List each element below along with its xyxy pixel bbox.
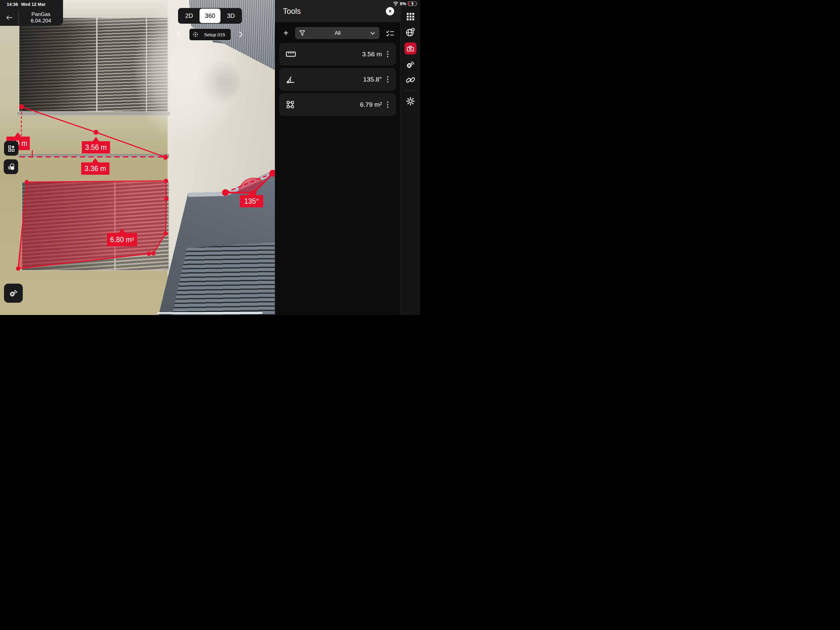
link-icon bbox=[406, 76, 415, 84]
measure-guide-dashed bbox=[21, 108, 22, 137]
measure-label-text: 135° bbox=[244, 197, 259, 206]
tab-360[interactable]: 360 bbox=[199, 9, 221, 23]
measure-label-distance[interactable]: 3.36 m bbox=[81, 162, 109, 175]
measure-point[interactable] bbox=[164, 179, 168, 183]
tools-panel-title: Tools bbox=[283, 7, 301, 16]
chevron-down-icon bbox=[370, 32, 375, 35]
tab-3d[interactable]: 3D bbox=[221, 9, 242, 23]
project-name: PanGas bbox=[19, 11, 63, 17]
ruler-icon bbox=[286, 51, 296, 58]
measure-point[interactable] bbox=[93, 130, 98, 135]
status-title-box: 14:36 Wed 12 Mar PanGas 6.04.204 bbox=[0, 0, 63, 26]
measure-point[interactable] bbox=[164, 231, 168, 236]
circles-icon bbox=[7, 163, 15, 171]
view-switcher: 2D 360 3D bbox=[178, 8, 242, 24]
sensor-disconnected-button[interactable] bbox=[406, 60, 415, 69]
filter-funnel-icon bbox=[300, 30, 305, 36]
measurement-row-area[interactable]: 6.79 m² bbox=[279, 93, 396, 116]
measure-point[interactable] bbox=[147, 252, 151, 256]
apps-grid-icon bbox=[406, 12, 415, 21]
pano-photo[interactable]: 19 m 3.56 m 3.36 m 6.80 m² 135° bbox=[0, 0, 275, 315]
widgets-button[interactable] bbox=[4, 141, 19, 156]
sensor-disconnected-icon bbox=[406, 60, 415, 69]
measure-label-angle[interactable]: 135° bbox=[240, 195, 263, 207]
row-menu-button[interactable] bbox=[382, 76, 393, 83]
measure-point[interactable] bbox=[163, 155, 168, 160]
angle-icon bbox=[286, 75, 295, 83]
measure-label-distance[interactable]: 3.56 m bbox=[82, 141, 110, 154]
measure-label-text: 6.80 m² bbox=[110, 236, 134, 244]
tools-button-active[interactable] bbox=[404, 43, 416, 54]
map-globe-button[interactable] bbox=[406, 28, 415, 37]
multi-select-button[interactable] bbox=[385, 30, 395, 37]
back-button[interactable] bbox=[0, 15, 19, 20]
layers-blend-button[interactable] bbox=[4, 159, 18, 174]
globe-location-icon bbox=[406, 28, 415, 37]
app-window: 19 m 3.56 m 3.36 m 6.80 m² 135° bbox=[0, 0, 420, 315]
measure-line[interactable] bbox=[22, 107, 96, 132]
setup-scan-icon bbox=[193, 32, 199, 38]
apps-grid-button[interactable] bbox=[406, 12, 415, 21]
measure-point[interactable] bbox=[151, 251, 156, 256]
tools-panel: Tools ✕ + All bbox=[275, 0, 400, 315]
measurement-row-angle[interactable]: 135.8° bbox=[279, 68, 396, 91]
measure-point[interactable] bbox=[222, 189, 229, 196]
settings-button[interactable] bbox=[406, 97, 415, 106]
kebab-menu-icon bbox=[387, 76, 388, 83]
tab-2d[interactable]: 2D bbox=[178, 9, 199, 23]
status-date: Wed 12 Mar bbox=[21, 2, 46, 7]
setup-name: Setup 015 bbox=[201, 32, 228, 37]
add-measurement-button[interactable]: + bbox=[280, 28, 292, 38]
kebab-menu-icon bbox=[387, 51, 388, 58]
measurement-overlay bbox=[0, 0, 275, 315]
settings-gear-icon bbox=[406, 97, 415, 106]
link-button[interactable] bbox=[406, 76, 415, 84]
measure-label-text: 3.56 m bbox=[85, 143, 107, 152]
measure-point[interactable] bbox=[19, 104, 24, 109]
project-version: 6.04.204 bbox=[19, 17, 63, 24]
measure-point[interactable] bbox=[16, 266, 20, 271]
sensor-disconnected-button[interactable] bbox=[4, 283, 23, 303]
close-panel-button[interactable]: ✕ bbox=[386, 7, 394, 15]
tools-filter-row: + All bbox=[280, 27, 395, 39]
measurement-row-distance[interactable]: 3.56 m bbox=[279, 43, 396, 65]
right-toolbar bbox=[400, 0, 420, 315]
system-status: 6% bbox=[393, 1, 418, 6]
kebab-menu-icon bbox=[387, 101, 388, 108]
widgets-icon bbox=[7, 144, 15, 152]
sensor-disconnected-icon bbox=[9, 289, 18, 298]
setup-selector[interactable]: Setup 015 bbox=[189, 28, 231, 41]
battery-percent: 6% bbox=[400, 1, 406, 6]
tools-panel-header: Tools ✕ bbox=[275, 0, 400, 22]
next-setup-button[interactable] bbox=[238, 31, 243, 38]
row-menu-button[interactable] bbox=[382, 51, 393, 58]
row-menu-button[interactable] bbox=[382, 101, 393, 108]
wifi-icon bbox=[393, 2, 398, 6]
measure-point[interactable] bbox=[25, 180, 29, 184]
status-bar: 14:36 Wed 12 Mar bbox=[0, 0, 63, 7]
filter-dropdown[interactable]: All bbox=[295, 27, 379, 39]
page-title: PanGas 6.04.204 bbox=[19, 11, 63, 24]
checklist-icon bbox=[386, 30, 395, 37]
battery-charging-icon bbox=[408, 1, 418, 6]
measurement-value: 3.56 m bbox=[362, 51, 382, 58]
filter-selected-value: All bbox=[305, 30, 370, 36]
home-indicator[interactable] bbox=[158, 312, 262, 314]
rail-divider bbox=[404, 91, 417, 91]
toolbox-icon bbox=[406, 45, 414, 52]
back-arrow-icon bbox=[6, 15, 13, 20]
measure-label-area[interactable]: 6.80 m² bbox=[107, 233, 137, 246]
prev-setup-button[interactable] bbox=[177, 31, 181, 38]
area-icon bbox=[286, 100, 295, 109]
measure-label-text: 3.36 m bbox=[85, 165, 106, 173]
status-time: 14:36 bbox=[7, 2, 18, 7]
measurement-value: 6.79 m² bbox=[360, 101, 382, 108]
measure-point[interactable] bbox=[164, 196, 169, 201]
area-polygon[interactable] bbox=[18, 181, 166, 269]
measurement-value: 135.8° bbox=[363, 76, 382, 83]
